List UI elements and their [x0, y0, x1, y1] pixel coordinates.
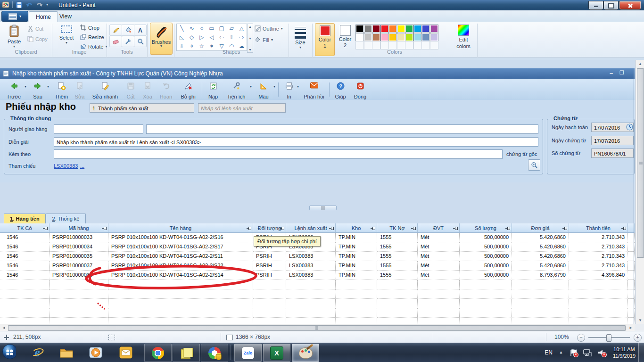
doc-type-combo[interactable]: 1. Thành phẩm sản xuất	[90, 103, 194, 113]
palette-empty-slot[interactable]	[405, 41, 413, 49]
column-header[interactable]: TK Nợ	[377, 223, 418, 232]
splitter-handle[interactable]	[309, 206, 337, 210]
palette-swatch[interactable]	[413, 33, 422, 41]
palette-swatch[interactable]	[388, 25, 397, 33]
edit-colors-button[interactable]: Edit colors	[453, 23, 474, 49]
palette-empty-slot[interactable]	[397, 41, 405, 49]
start-button[interactable]	[2, 345, 16, 359]
column-header[interactable]: Số lượng	[460, 223, 512, 232]
taskbar-chrome-button[interactable]	[144, 344, 172, 362]
toolbar-prev-button[interactable]: Trước	[4, 81, 24, 99]
palette-empty-slot[interactable]	[380, 41, 389, 49]
reference-link[interactable]: LSX00383	[54, 163, 78, 169]
palette-swatch[interactable]	[355, 25, 364, 33]
tab-hang-tien[interactable]: 1. Hàng tiền	[4, 214, 46, 223]
tab-thong-ke[interactable]: 2. Thống kê	[46, 214, 86, 223]
toolbar-utilities-button[interactable]: Tiện ích	[223, 81, 249, 99]
column-header[interactable]: TK Có	[0, 223, 50, 232]
palette-swatch[interactable]	[355, 33, 364, 41]
zoom-search-button[interactable]	[528, 159, 540, 171]
toolbar-template-button[interactable]: Mẫu	[255, 81, 272, 99]
action-center-icon[interactable]: ×	[570, 349, 577, 356]
toolbar-refresh-button[interactable]: Nạp	[205, 81, 222, 99]
color-picker-tool[interactable]	[122, 36, 134, 47]
column-header[interactable]: ĐVT	[418, 223, 460, 232]
taskbar-outlook-icon[interactable]	[119, 346, 133, 360]
outline-button[interactable]: Outline ▾	[255, 25, 283, 32]
paste-button[interactable]: Paste ▾	[4, 23, 25, 48]
toolbar-feedback-button[interactable]: Phản hồi	[302, 81, 326, 99]
toolbar-close-button[interactable]: Đóng	[351, 81, 370, 99]
palette-empty-slot[interactable]	[388, 41, 397, 49]
redo-button[interactable]	[36, 1, 43, 8]
magnifier-tool[interactable]	[134, 36, 147, 47]
qat-customize-icon[interactable]: ▾	[46, 3, 48, 6]
date-picker-icon[interactable]	[626, 123, 633, 131]
taskbar-zalo-button[interactable]: Zalo	[234, 344, 262, 362]
show-desktop-button[interactable]	[638, 343, 644, 362]
production-order-search-input[interactable]: Nhập số lệnh sản xuất	[198, 103, 286, 113]
taskbar-coccoc-button[interactable]	[201, 344, 228, 362]
crop-button[interactable]: Crop	[80, 25, 99, 31]
shapes-gallery[interactable]: ╲∿○▭▢▱△ ◺◇▷◁⇦⇧⇨ ⇩✧☆✶▽◠☁	[176, 24, 247, 51]
palette-swatch[interactable]	[372, 25, 380, 33]
minimize-button[interactable]	[588, 1, 603, 10]
palette-empty-slot[interactable]	[430, 41, 438, 49]
scroll-down-icon[interactable]: ▼	[636, 316, 644, 324]
deliverer-code-input[interactable]	[54, 124, 143, 134]
paint-canvas[interactable]: Nhập kho thành phẩm sản xuất - Công ty T…	[0, 60, 636, 324]
palette-swatch[interactable]	[372, 33, 380, 41]
toolbar-save-button[interactable]: Cất	[123, 81, 139, 99]
save-button[interactable]	[16, 1, 23, 8]
toolbar-edit-button[interactable]: Sửa	[72, 81, 88, 99]
palette-swatch[interactable]	[397, 25, 405, 33]
scroll-right-icon[interactable]: ►	[627, 325, 635, 331]
toolbar-unpost-button[interactable]: Bỏ ghi	[177, 81, 199, 99]
document-number-input[interactable]: PN160678/01	[591, 148, 634, 158]
vertical-scroll-thumb[interactable]	[637, 68, 644, 258]
palette-swatch[interactable]	[413, 25, 422, 33]
tab-view[interactable]: View	[53, 11, 78, 22]
column-header[interactable]: Lệnh sản xuất	[286, 223, 336, 232]
eraser-tool[interactable]	[109, 36, 122, 47]
zoom-slider[interactable]	[588, 337, 630, 338]
palette-swatch[interactable]	[364, 33, 372, 41]
volume-icon[interactable]: ×	[598, 349, 605, 356]
fill-style-button[interactable]: Fill ▾	[255, 37, 273, 43]
scroll-left-icon[interactable]: ◄	[0, 325, 8, 331]
palette-swatch[interactable]	[421, 25, 430, 33]
reference-more-link[interactable]: ...	[80, 163, 84, 169]
pencil-tool[interactable]	[109, 25, 122, 36]
table-row[interactable]: 1546PSRP010000038PSRP 010x100x100 KD-WT0…	[0, 271, 635, 280]
toolbar-delete-button[interactable]: Xóa	[140, 81, 156, 99]
cut-button[interactable]: Cut	[27, 25, 43, 32]
close-button[interactable]	[619, 1, 641, 10]
column-header[interactable]: Đơn giá	[512, 223, 569, 232]
vertical-scrollbar[interactable]: ▲ ▼	[636, 60, 644, 324]
document-date-input[interactable]: 17/07/2016	[591, 136, 634, 145]
zoom-slider-thumb[interactable]	[606, 334, 611, 342]
palette-swatch[interactable]	[380, 33, 389, 41]
toolbar-print-button[interactable]: In	[282, 81, 296, 99]
palette-swatch[interactable]	[388, 33, 397, 41]
attachment-input[interactable]	[54, 149, 503, 159]
file-menu-button[interactable]: ▾	[1, 11, 28, 22]
column-header[interactable]: Tên hàng	[108, 223, 253, 232]
palette-empty-slot[interactable]	[421, 41, 430, 49]
taskbar-explorer-icon[interactable]	[59, 346, 74, 360]
maximize-button[interactable]	[603, 1, 619, 10]
description-input[interactable]: Nhập kho thành phẩm sản xuất từ Lệnh sản…	[54, 137, 538, 147]
network-icon[interactable]	[583, 349, 592, 356]
palette-swatch[interactable]	[364, 25, 372, 33]
palette-empty-slot[interactable]	[355, 41, 364, 49]
erp-restore-icon[interactable]: ❐	[619, 70, 624, 76]
palette-swatch[interactable]	[397, 33, 405, 41]
taskbar-paint-button[interactable]	[292, 344, 319, 362]
toolbar-add-button[interactable]: Thêm	[52, 81, 71, 99]
palette-swatch[interactable]	[430, 25, 438, 33]
toolbar-help-button[interactable]: ? Giúp	[332, 81, 349, 99]
fill-tool[interactable]	[122, 25, 134, 36]
toolbar-cancel-button[interactable]: Hoãn	[157, 81, 175, 99]
horizontal-scrollbar[interactable]: ◄ ►	[0, 324, 635, 331]
text-tool[interactable]: A	[134, 25, 147, 36]
